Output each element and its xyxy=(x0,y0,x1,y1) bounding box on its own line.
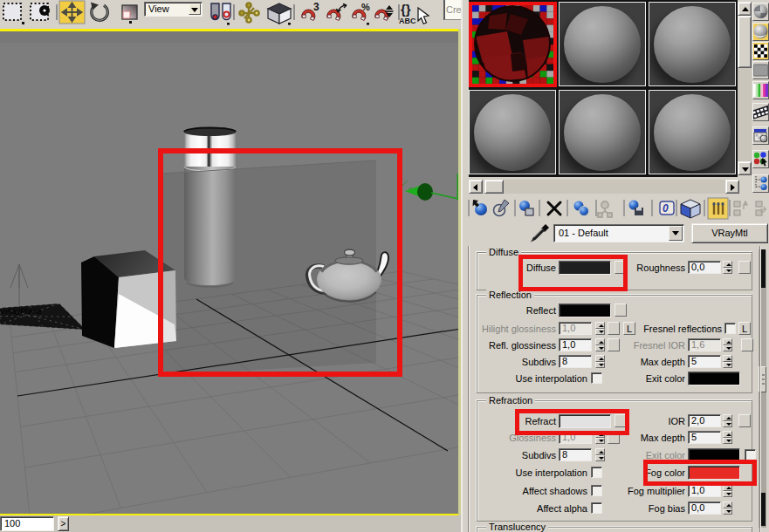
svg-text:3: 3 xyxy=(313,1,319,13)
svg-text:VRayPlane: VRayPlane xyxy=(0,306,42,316)
svg-text:%: % xyxy=(361,2,370,12)
svg-text:0: 0 xyxy=(663,202,669,215)
svg-text:{}: {} xyxy=(401,2,411,17)
svg-text:ABC: ABC xyxy=(399,17,416,25)
svg-text:Cre: Cre xyxy=(446,4,461,15)
